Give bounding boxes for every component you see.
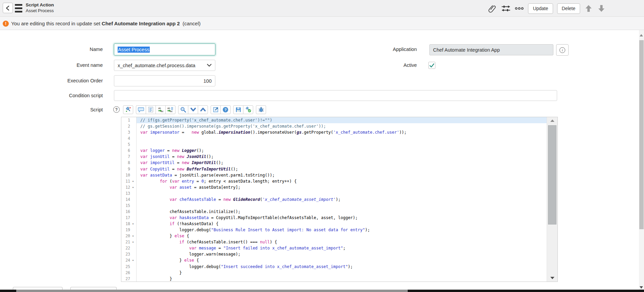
code-line-text[interactable]: } else { [137,233,557,239]
code-line-text[interactable]: logger.debug("Business Rule Insert to As… [137,227,557,233]
search-button[interactable] [178,105,188,114]
code-line[interactable]: 6var logger = new Logger(); [121,148,557,154]
replace-button[interactable]: ab ac [156,105,166,114]
toggle-comment-button[interactable] [136,105,146,114]
editor-scrollbar-thumb[interactable] [548,125,556,224]
code-line-text[interactable]: var importUtil = new ImportUtil(); [137,160,557,166]
code-line-text[interactable]: } else { [137,257,557,263]
save-button[interactable] [233,105,243,114]
code-line[interactable]: 11▾ for (var entry = 0; entry < assetDat… [121,178,557,184]
code-line[interactable]: 7var jsonUtil = new JsonUtil(); [121,154,557,160]
code-line[interactable]: 17 var hasAssetData = CopyUtil.MapToImpo… [121,215,557,221]
code-line[interactable]: 13 [121,190,557,196]
code-line[interactable]: 3var impersonator = new global.impersina… [121,129,557,135]
application-info-button[interactable]: i [556,44,569,56]
editor-scrollbar[interactable] [547,117,557,282]
code-line[interactable]: 9var CopyUtil = new BufferToImportUtil()… [121,166,557,172]
more-options-button[interactable] [515,3,524,14]
code-line-text[interactable]: var assetData = jsonUtil.parse(event.par… [137,172,557,178]
code-line-text[interactable]: chefAssetsTable.initialize(); [137,209,557,215]
code-line-text[interactable] [137,203,557,209]
code-line-text[interactable]: var logger = new Logger(); [137,148,557,154]
code-line[interactable]: 8var importUtil = new ImportUtil(); [121,160,557,166]
code-line-text[interactable]: logger.warn(message); [137,251,557,257]
replace-all-button[interactable]: ab ac [165,105,175,114]
code-line[interactable]: 19 logger.debug("Business Rule Insert to… [121,227,557,233]
fold-toggle-icon[interactable]: ▾ [130,178,136,184]
code-line-text[interactable]: } [137,276,557,282]
code-line-text[interactable] [137,190,557,196]
code-line[interactable]: 5 [121,141,557,148]
fold-toggle-icon[interactable]: ▾ [130,239,136,245]
code-line-text[interactable]: var chefAssetsTable = new GlideRecord('x… [137,196,557,203]
api-help-button[interactable]: ? [220,105,231,114]
code-line[interactable]: 12▾ var asset = assetData[entry]; [121,184,557,190]
code-line-text[interactable] [137,135,557,141]
editor-scroll-down-icon[interactable] [550,277,554,279]
code-line-text[interactable]: var impersonator = new global.impersinat… [137,129,557,135]
code-line[interactable]: 16 chefAssetsTable.initialize(); [121,209,557,215]
fold-toggle-icon[interactable]: ▾ [130,233,136,239]
condition-script-input[interactable] [114,90,557,101]
code-line-text[interactable]: var jsonUtil = new JsonUtil(); [137,154,557,160]
code-line[interactable]: 15 [121,203,557,209]
name-input[interactable]: Asset Process [114,44,215,55]
fold-toggle-icon[interactable]: ▾ [130,257,136,263]
update-button[interactable]: Update [528,3,553,14]
form-context-menu-icon[interactable] [15,4,22,12]
page-scrollbar-thumb[interactable] [639,40,644,229]
back-button[interactable] [3,3,13,13]
format-code-button[interactable] [146,105,156,114]
bottom-horizontal-scrollbar[interactable] [16,290,408,292]
code-line[interactable]: 1// if(gs.getProperty('x_chef_automate.c… [121,117,557,123]
editor-scroll-up-icon[interactable] [550,120,554,122]
page-scroll-down-icon[interactable] [640,286,643,289]
code-line-text[interactable]: var hasAssetData = CopyUtil.MapToImportT… [137,215,557,221]
code-line-text[interactable]: logger.debug("Insert succeeded into x_ch… [137,264,557,270]
help-icon[interactable]: ? [113,106,120,113]
code-line-text[interactable]: // gs.getSession().impersonate(gs.getPro… [137,123,557,129]
page-scrollbar[interactable] [639,30,644,292]
debug-button[interactable] [256,105,266,114]
page-scroll-up-icon[interactable] [640,34,643,36]
attachment-button[interactable] [487,3,497,14]
code-line[interactable]: 10var assetData = jsonUtil.parse(event.p… [121,172,557,178]
delete-button[interactable]: Delete [557,3,580,14]
code-line[interactable]: 27 } [121,276,557,282]
cancel-link[interactable]: (cancel) [183,21,200,26]
fold-toggle-icon[interactable]: ▾ [130,221,136,227]
code-line-text[interactable]: for (var entry = 0; entry < assetData.le… [137,178,557,184]
fold-toggle-icon[interactable]: ▾ [130,184,136,190]
code-line-text[interactable]: } [137,270,557,276]
code-line-text[interactable]: var asset = assetData[entry]; [137,184,557,190]
code-line-text[interactable] [137,141,557,148]
code-line[interactable]: 18▾ if (!hasAssetData) { [121,221,557,227]
next-record-button[interactable] [597,3,606,14]
personalize-form-button[interactable] [501,3,510,14]
code-line[interactable]: 24▾ } else { [121,257,557,263]
code-line[interactable]: 21▾ if (chefAssetsTable.insert() === nul… [121,239,557,245]
code-line[interactable]: 14 var chefAssetsTable = new GlideRecord… [121,196,557,203]
code-line-text[interactable]: if (!hasAssetData) { [137,221,557,227]
previous-record-button[interactable] [584,3,593,14]
find-next-button[interactable] [188,105,198,114]
code-line-text[interactable]: var CopyUtil = new BufferToImportUtil(); [137,166,557,172]
code-line[interactable]: 26 } [121,270,557,276]
find-previous-button[interactable] [198,105,208,114]
syntax-check-button[interactable] [243,105,253,114]
pop-out-button[interactable] [211,105,221,114]
code-line[interactable]: 22 var message = "Insert failed into x_c… [121,245,557,251]
code-line[interactable]: 2// gs.getSession().impersonate(gs.getPr… [121,123,557,129]
code-line-text[interactable]: // if(gs.getProperty('x_chef_automate.ch… [137,117,557,123]
execution-order-input[interactable]: 100 [114,75,215,86]
event-name-select[interactable]: x_chef_automate.chef.process.data [114,60,215,71]
code-line[interactable]: 23 logger.warn(message); [121,251,557,257]
code-line[interactable]: 25 logger.debug("Insert succeeded into x… [121,264,557,270]
script-code-editor[interactable]: 1// if(gs.getProperty('x_chef_automate.c… [121,117,558,282]
code-line-text[interactable]: if (chefAssetsTable.insert() === null) { [137,239,557,245]
code-line[interactable]: 4 [121,135,557,141]
active-checkbox[interactable] [428,62,435,69]
code-line-text[interactable]: var message = "Insert failed into x_chef… [137,245,557,251]
syntax-editor-button[interactable] [123,105,133,114]
code-line[interactable]: 20▾ } else { [121,233,557,239]
